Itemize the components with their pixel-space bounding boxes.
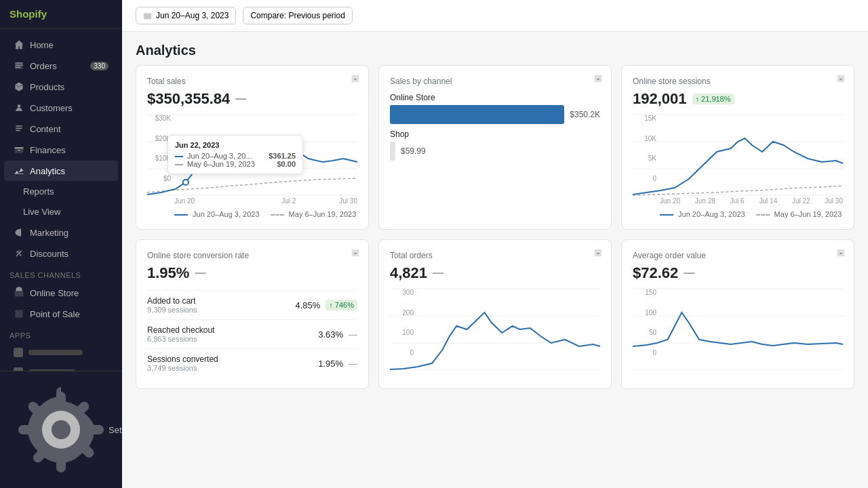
conversion-rate-export[interactable] xyxy=(351,248,360,260)
conversion-row-label-area: Added to cart 9,309 sessions xyxy=(147,296,197,314)
sidebar-item-app2[interactable] xyxy=(4,363,118,371)
total-sales-dash: — xyxy=(235,93,246,105)
y-0: 0 xyxy=(390,349,414,357)
x-jun28: Jun 28 xyxy=(695,197,715,205)
tooltip-date: Jun 22, 2023 xyxy=(175,141,296,149)
main-content-area: Jun 20–Aug 3, 2023 Compare: Previous per… xyxy=(122,0,868,488)
page-title: Analytics xyxy=(122,32,868,65)
export-icon xyxy=(836,74,846,83)
online-sessions-export[interactable] xyxy=(836,74,846,85)
orders-icon xyxy=(14,60,24,71)
tooltip-previous-row: May 6–Jun 19, 2023 $0.00 xyxy=(175,160,296,168)
analytics-icon xyxy=(14,165,24,176)
y-0: 0 xyxy=(633,349,656,357)
total-orders-export[interactable] xyxy=(593,248,603,260)
sidebar-item-label: Products xyxy=(30,82,64,92)
dashboard-content: Total sales $350,355.84 — $30K $20K $10K… xyxy=(122,65,868,488)
cart-value-area: 4.85% ↑ 746% xyxy=(295,300,357,310)
sidebar-item-customers[interactable]: Customers xyxy=(4,98,118,118)
x-jul30: Jul 30 xyxy=(825,197,843,205)
y-100: 100 xyxy=(390,329,414,336)
avg-chart xyxy=(633,289,843,370)
prev-value-text: $0.00 xyxy=(277,160,296,168)
channel-value: $59.99 xyxy=(401,146,426,156)
tooltip-current-row: Jun 20–Aug 3, 20... $361.25 xyxy=(175,152,296,160)
conversion-rate-title: Online store conversion rate xyxy=(147,251,357,260)
sidebar-footer: Settings xyxy=(0,371,122,488)
avg-order-title: Average order value xyxy=(633,251,843,260)
sidebar-item-marketing[interactable]: Marketing xyxy=(4,222,118,243)
legend-current: Jun 20–Aug 3, 2023 xyxy=(660,210,745,218)
checkout-label: Reached checkout xyxy=(147,325,214,335)
conversion-row-converted: Sessions converted 3,749 sessions 1.95% … xyxy=(147,348,357,378)
sales-by-channel-export[interactable] xyxy=(593,74,603,85)
converted-label-area: Sessions converted 3,749 sessions xyxy=(147,354,218,372)
cart-label: Added to cart xyxy=(147,296,197,306)
svg-rect-8 xyxy=(15,310,22,317)
sidebar-item-analytics[interactable]: Analytics xyxy=(4,161,118,181)
sidebar-item-home[interactable]: Home xyxy=(4,35,118,55)
y-0: 0 xyxy=(633,175,656,182)
export-icon xyxy=(836,248,846,258)
compare-button[interactable]: Compare: Previous period xyxy=(243,7,352,24)
sidebar-item-point-of-sale[interactable]: Point of Sale xyxy=(4,304,118,324)
sidebar-item-label: Online Store xyxy=(30,288,79,298)
x-label: Jul 30 xyxy=(339,197,357,205)
sidebar-item-live-view[interactable]: Live View xyxy=(4,202,118,222)
x-label: Jun 20 xyxy=(174,197,195,205)
x-jun20: Jun 20 xyxy=(660,197,680,205)
conversion-row-checkout: Reached checkout 6,963 sessions 3.63% — xyxy=(147,319,357,348)
online-store-icon xyxy=(14,287,24,298)
checkout-rate: 3.63% xyxy=(318,329,343,340)
prev-label-text: May 6–Jun 19, 2023 xyxy=(187,160,255,168)
channel-value: $350.2K xyxy=(570,110,600,119)
logo: Shopify xyxy=(0,0,122,28)
sidebar-item-products[interactable]: Products xyxy=(4,77,118,97)
logo-text: Shopify xyxy=(9,8,47,20)
total-orders-value: 4,821 — xyxy=(390,264,600,282)
sidebar-item-label: Finances xyxy=(30,145,66,155)
total-sales-export[interactable] xyxy=(351,74,360,85)
sidebar-item-settings[interactable]: Settings xyxy=(4,378,118,482)
total-sales-number: $350,355.84 xyxy=(147,90,230,108)
sidebar-item-finances[interactable]: Finances xyxy=(4,140,118,160)
sidebar-item-label: Reports xyxy=(23,186,54,197)
converted-sessions: 3,749 sessions xyxy=(147,364,218,372)
channel-bar-row: $59.99 xyxy=(390,142,600,161)
sidebar-item-online-store[interactable]: Online Store xyxy=(4,283,118,303)
sessions-x-labels: Jun 20 Jun 28 Jul 6 Jul 14 Jul 22 Jul 30 xyxy=(660,197,843,205)
orders-chart xyxy=(390,289,600,370)
avg-dash: — xyxy=(684,267,694,279)
online-sessions-card: Online store sessions 192,001 ↑ 21,918% … xyxy=(621,65,854,230)
date-range-filter[interactable]: Jun 20–Aug 3, 2023 xyxy=(136,7,236,24)
channel-online-store: Online Store $350.2K xyxy=(390,93,600,124)
sidebar-item-discounts[interactable]: Discounts xyxy=(4,243,118,264)
y-15k: 15K xyxy=(633,115,656,122)
total-orders-title: Total orders xyxy=(390,251,600,260)
total-sales-legend: Jun 20–Aug 3, 2023 May 6–Jun 19, 2023 xyxy=(174,210,357,218)
export-icon xyxy=(351,74,360,83)
x-jul6: Jul 6 xyxy=(730,197,745,205)
calendar-icon xyxy=(143,12,152,20)
sidebar-item-label: Live View xyxy=(23,207,60,217)
sidebar-nav: Home Orders 330 Products Customers Conte… xyxy=(0,28,122,371)
total-sales-chart-area: $30K $20K $10K $0 xyxy=(147,115,357,218)
sessions-chart-area: 15K 10K 5K 0 xyxy=(633,115,843,218)
conversion-row-cart: Added to cart 9,309 sessions 4.85% ↑ 746… xyxy=(147,290,357,319)
y-50: 50 xyxy=(633,329,656,336)
legend-current-label: Jun 20–Aug 3, 2023 xyxy=(678,210,745,218)
sidebar-item-orders[interactable]: Orders 330 xyxy=(4,56,118,76)
converted-value-area: 1.95% — xyxy=(318,359,357,369)
avg-number: $72.62 xyxy=(633,264,678,282)
y-200: 200 xyxy=(390,309,414,317)
sidebar-item-reports[interactable]: Reports xyxy=(4,182,118,201)
channel-bar-row: $350.2K xyxy=(390,105,600,124)
cards-grid: Total sales $350,355.84 — $30K $20K $10K… xyxy=(136,65,854,389)
current-value-text: $361.25 xyxy=(269,152,296,160)
sidebar-item-app1[interactable] xyxy=(4,343,118,362)
orders-y-labels: 300 200 100 0 xyxy=(390,289,414,357)
products-icon xyxy=(14,81,24,92)
sidebar-item-content[interactable]: Content xyxy=(4,119,118,139)
sidebar-item-label: Home xyxy=(30,40,54,50)
avg-order-export[interactable] xyxy=(836,248,846,260)
